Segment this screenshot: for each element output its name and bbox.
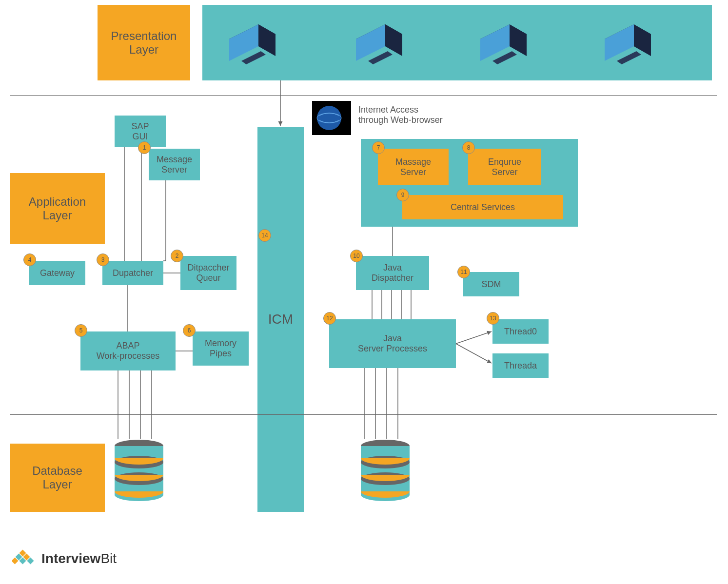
badge-9: 9 <box>396 189 409 201</box>
badge-1: 1 <box>138 141 151 154</box>
badge-12: 12 <box>323 312 336 325</box>
badge-3: 3 <box>97 253 109 266</box>
badge-10: 10 <box>350 250 363 262</box>
badge-7: 7 <box>372 141 385 154</box>
badge-8: 8 <box>462 141 475 154</box>
svg-line-47 <box>456 331 492 344</box>
connector-lines <box>0 0 728 584</box>
badge-4: 4 <box>23 253 36 266</box>
badge-5: 5 <box>75 324 87 337</box>
badge-14: 14 <box>258 229 271 242</box>
badge-2: 2 <box>171 250 183 262</box>
svg-line-48 <box>456 344 492 363</box>
badge-6: 6 <box>183 324 196 337</box>
badge-13: 13 <box>487 312 499 325</box>
badge-11: 11 <box>457 266 470 278</box>
